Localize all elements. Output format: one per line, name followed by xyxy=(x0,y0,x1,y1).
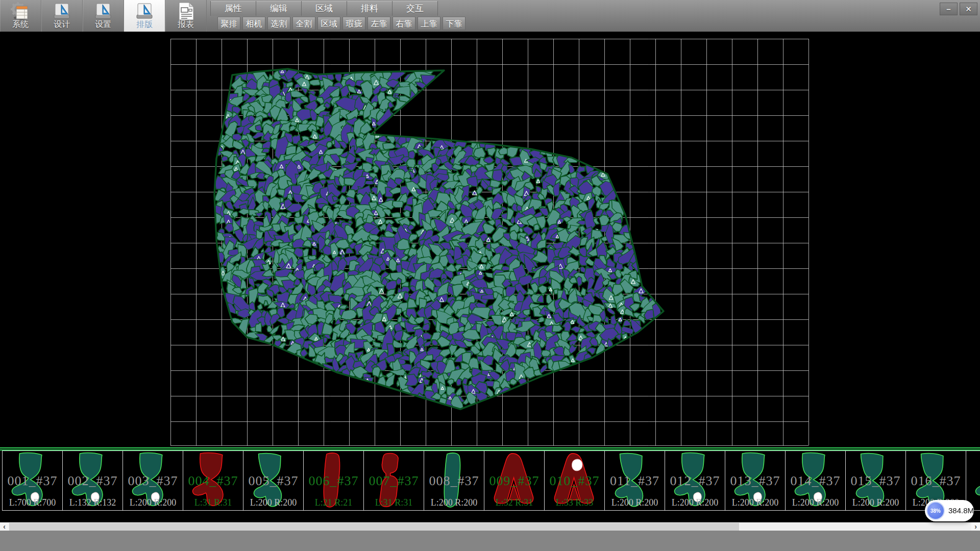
nav-tab-system[interactable]: 系统 xyxy=(0,0,41,32)
piece-lr-count-label: L:31 R:31 xyxy=(183,497,243,508)
piece-id-label: 004_#37 xyxy=(183,473,243,489)
piece-lr-count-label: L:200 R:200 xyxy=(243,497,303,508)
piece-thumbnail[interactable]: 003_#37 L:200 R:200 xyxy=(123,450,183,511)
piece-id-label: 003_#37 xyxy=(123,473,183,489)
menu-tab-interaction[interactable]: 交互 xyxy=(393,1,438,16)
piece-lr-count-label: L:21 R:21 xyxy=(304,497,363,508)
main-nav-tabs: 系统 设计 设置 xyxy=(0,0,207,32)
nav-tab-label: 报表 xyxy=(165,19,206,30)
piece-thumbnail[interactable]: 015_#37 L:200 R:200 xyxy=(846,450,906,511)
piece-thumbnail[interactable]: 013_#37 L:200 R:200 xyxy=(725,450,786,511)
layout-ruler-icon xyxy=(134,2,155,21)
piece-id-label: 0 xyxy=(966,473,980,489)
piece-id-label: 014_#37 xyxy=(786,473,845,489)
nav-tab-report[interactable]: 报表 xyxy=(165,0,207,32)
piece-thumbnail[interactable]: 007_#37 L:31 R:31 xyxy=(364,450,424,511)
piece-id-label: 016_#37 xyxy=(906,473,966,489)
design-ruler-icon xyxy=(51,2,72,21)
nav-tab-settings[interactable]: 设置 xyxy=(83,0,124,32)
toolbar-row: 聚排 相机 选割 全割 区域 瑕疵 左靠 右靠 上靠 下靠 xyxy=(217,17,468,30)
piece-id-label: 007_#37 xyxy=(364,473,424,489)
piece-id-label: 012_#37 xyxy=(665,473,725,489)
piece-id-label: 009_#37 xyxy=(484,473,544,489)
scroll-right-arrow-icon[interactable]: › xyxy=(971,522,980,531)
tool-defects[interactable]: 瑕疵 xyxy=(342,17,365,30)
tool-camera[interactable]: 相机 xyxy=(242,17,265,30)
piece-thumbnail-strip: 001_#37 L:700 R:700 002_#37 L:132 R:132 … xyxy=(2,450,980,511)
piece-lr-count-label: L:31 R:31 xyxy=(364,497,424,508)
piece-id-label: 005_#37 xyxy=(243,473,303,489)
nav-tab-label: 设计 xyxy=(41,19,82,30)
tool-align-right[interactable]: 右靠 xyxy=(393,17,415,30)
progress-percent-badge: 38% xyxy=(926,502,945,520)
piece-thumbnail[interactable]: 009_#37 L:32 R:31 xyxy=(484,450,545,511)
piece-lr-count-label: L:200 R:200 xyxy=(786,497,845,508)
nav-tab-label: 排版 xyxy=(124,19,165,30)
piece-thumbnail[interactable]: 014_#37 L:200 R:200 xyxy=(786,450,846,511)
piece-lr-count-label: L:32 R:31 xyxy=(484,497,544,508)
menu-tab-nesting[interactable]: 排料 xyxy=(347,1,393,16)
piece-thumbnail[interactable]: 011_#37 L:200 R:200 xyxy=(605,450,665,511)
tool-align-left[interactable]: 左靠 xyxy=(368,17,390,30)
report-document-icon xyxy=(175,2,197,21)
piece-thumbnail[interactable]: 012_#37 L:200 R:200 xyxy=(665,450,725,511)
menu-tab-row: 属性 编辑 区域 排料 交互 xyxy=(210,1,438,16)
close-button[interactable]: ✕ xyxy=(960,3,977,15)
piece-id-label: 008_#37 xyxy=(424,473,484,489)
scroll-left-arrow-icon[interactable]: ‹ xyxy=(0,522,9,531)
tool-select-cut[interactable]: 选割 xyxy=(267,17,290,30)
memory-status-pill[interactable]: 38% 384.8M xyxy=(925,500,974,521)
tool-align-top[interactable]: 上靠 xyxy=(418,17,440,30)
piece-lr-count-label: L:200 R:200 xyxy=(424,497,484,508)
piece-lr-count-label: L:200 R:200 xyxy=(123,497,183,508)
memory-usage-label: 384.8M xyxy=(948,500,974,521)
piece-thumbnail[interactable]: 004_#37 L:31 R:31 xyxy=(183,450,243,511)
menu-tab-properties[interactable]: 属性 xyxy=(210,1,256,16)
horizontal-scrollbar[interactable]: ‹ › xyxy=(0,522,980,531)
piece-thumbnail[interactable]: 005_#37 L:200 R:200 xyxy=(243,450,304,511)
piece-id-label: 015_#37 xyxy=(846,473,905,489)
nav-tab-design[interactable]: 设计 xyxy=(41,0,83,32)
application-window: 系统 设计 设置 xyxy=(0,0,980,551)
piece-lr-count-label: L:200 R:200 xyxy=(605,497,665,508)
nav-tab-label: 设置 xyxy=(83,19,124,30)
piece-lr-count-label: L:33 R:33 xyxy=(545,497,604,508)
piece-thumbnail[interactable]: 010_#37 L:33 R:33 xyxy=(545,450,605,511)
piece-thumbnail[interactable]: 006_#37 L:21 R:21 xyxy=(304,450,364,511)
menu-tab-edit[interactable]: 编辑 xyxy=(256,1,302,16)
scrollbar-thumb[interactable] xyxy=(9,523,739,531)
tool-align-bottom[interactable]: 下靠 xyxy=(443,17,465,30)
minimize-button[interactable]: – xyxy=(940,3,958,15)
piece-id-label: 010_#37 xyxy=(545,473,604,489)
menu-tab-region[interactable]: 区域 xyxy=(302,1,347,16)
piece-id-label: 001_#37 xyxy=(3,473,62,489)
tool-cut-all[interactable]: 全割 xyxy=(292,17,315,30)
system-gear-icon xyxy=(10,2,31,21)
piece-lr-count-label: L:700 R:700 xyxy=(3,497,62,508)
piece-lr-count-label: L:200 R:200 xyxy=(846,497,905,508)
tool-region[interactable]: 区域 xyxy=(317,17,340,30)
nav-tab-layout-active[interactable]: 排版 xyxy=(124,0,165,32)
piece-thumbnail[interactable]: 002_#37 L:132 R:132 xyxy=(63,450,123,511)
piece-lr-count-label: L:200 R:200 xyxy=(725,497,785,508)
tool-cluster-nest[interactable]: 聚排 xyxy=(217,17,240,30)
piece-id-label: 002_#37 xyxy=(63,473,122,489)
nav-tab-label: 系统 xyxy=(0,19,41,30)
piece-thumbnail[interactable]: 008_#37 L:200 R:200 xyxy=(424,450,484,511)
strip-separator-line xyxy=(0,447,980,448)
bottom-status-area xyxy=(0,531,980,551)
piece-id-label: 013_#37 xyxy=(725,473,785,489)
piece-lr-count-label: L:132 R:132 xyxy=(63,497,122,508)
titlebar: 系统 设计 设置 xyxy=(0,0,980,32)
settings-ruler-icon xyxy=(92,2,114,21)
piece-thumbnail[interactable]: 001_#37 L:700 R:700 xyxy=(3,450,63,511)
piece-id-label: 006_#37 xyxy=(304,473,363,489)
piece-lr-count-label: L:200 R:200 xyxy=(665,497,725,508)
window-controls: – ✕ xyxy=(940,3,977,15)
piece-id-label: 011_#37 xyxy=(605,473,665,489)
